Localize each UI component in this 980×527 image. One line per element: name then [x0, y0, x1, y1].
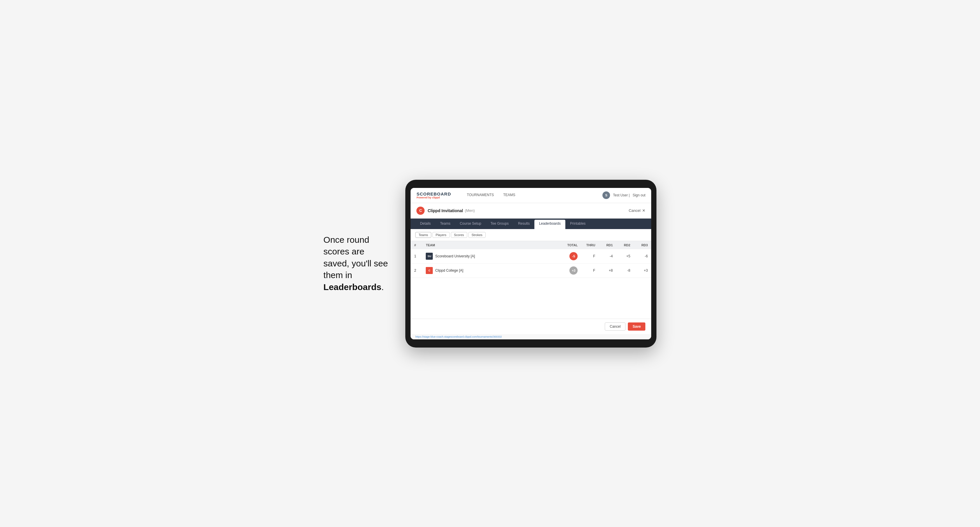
annotation-line4: them in	[323, 270, 352, 280]
table-row: 1 SU Scoreboard University [A] -5 F -4	[410, 249, 651, 264]
row2-total-badge: +3	[570, 267, 578, 275]
tournament-logo: C	[417, 206, 425, 215]
filter-strokes-button[interactable]: Strokes	[468, 232, 485, 238]
annotation-text: Once round scores are saved, you'll see …	[323, 234, 388, 293]
filter-scores-button[interactable]: Scores	[451, 232, 467, 238]
row1-total-badge: -5	[570, 252, 578, 260]
status-bar: https://stage-blue-coach.stagescoreboard…	[410, 334, 651, 340]
nav-right: S Test User | Sign out	[603, 191, 645, 199]
sub-filter-bar: Teams Players Scores Strokes	[410, 229, 651, 241]
filter-players-button[interactable]: Players	[433, 232, 450, 238]
cancel-button[interactable]: Cancel	[605, 322, 625, 331]
col-team: TEAM	[422, 241, 558, 249]
tab-bar: Details Teams Course Setup Tee Groups Re…	[410, 219, 651, 229]
logo-title: SCOREBOARD	[417, 192, 451, 196]
row2-team-cell: C Clippd College [A]	[426, 267, 554, 274]
row2-rd3: +3	[634, 263, 651, 278]
tournament-header: C Clippd Invitational (Men) Cancel ✕	[410, 203, 651, 219]
row1-thru: F	[581, 249, 599, 264]
annotation-line1: Once round	[323, 235, 369, 244]
sign-out-link[interactable]: Sign out	[633, 193, 645, 197]
annotation-line2: scores are	[323, 246, 364, 256]
row1-team-cell: SU Scoreboard University [A]	[426, 253, 554, 260]
table-spacer	[410, 278, 651, 319]
col-rd2: RD2	[616, 241, 634, 249]
row1-rd2: +5	[616, 249, 634, 264]
page-wrapper: Once round scores are saved, you'll see …	[286, 180, 694, 348]
close-icon: ✕	[642, 208, 645, 213]
row2-team-logo: C	[426, 267, 433, 274]
status-url: https://stage-blue-coach.stagescoreboard…	[415, 335, 502, 338]
col-rank: #	[410, 241, 422, 249]
row2-rd2: -8	[616, 263, 634, 278]
row1-rd1: -4	[599, 249, 616, 264]
annotation-line3: saved, you'll see	[323, 259, 388, 268]
tab-tee-groups[interactable]: Tee Groups	[486, 219, 513, 229]
row2-thru: F	[581, 263, 599, 278]
annotation-bold: Leaderboards	[323, 282, 381, 292]
footer-bar: Cancel Save	[410, 319, 651, 334]
tab-teams[interactable]: Teams	[435, 219, 455, 229]
col-total: TOTAL	[558, 241, 581, 249]
col-thru: THRU	[581, 241, 599, 249]
leaderboard-table: # TEAM TOTAL THRU RD1 RD2 RD3 1	[410, 241, 651, 278]
filter-teams-button[interactable]: Teams	[415, 232, 431, 238]
table-row: 2 C Clippd College [A] +3 F +8 -8	[410, 263, 651, 278]
tab-results[interactable]: Results	[513, 219, 535, 229]
row2-total: +3	[558, 263, 581, 278]
row1-team-name: Scoreboard University [A]	[435, 254, 475, 258]
cancel-header-button[interactable]: Cancel ✕	[629, 208, 645, 213]
logo-subtitle: Powered by clippd	[417, 196, 451, 199]
annotation-end: .	[381, 282, 384, 292]
row1-rank: 1	[410, 249, 422, 264]
row2-rd1: +8	[599, 263, 616, 278]
tablet-frame: SCOREBOARD Powered by clippd TOURNAMENTS…	[405, 180, 657, 348]
row1-team: SU Scoreboard University [A]	[422, 249, 558, 264]
logo-area: SCOREBOARD Powered by clippd	[417, 192, 451, 199]
user-avatar: S	[603, 191, 610, 199]
tab-leaderboards[interactable]: Leaderboards	[535, 220, 565, 229]
row1-team-logo: SU	[426, 253, 433, 260]
tournament-gender: (Men)	[465, 208, 475, 213]
row1-total: -5	[558, 249, 581, 264]
top-nav: SCOREBOARD Powered by clippd TOURNAMENTS…	[410, 188, 651, 203]
tab-printables[interactable]: Printables	[565, 219, 590, 229]
row2-rank: 2	[410, 263, 422, 278]
save-button[interactable]: Save	[628, 322, 645, 331]
user-name: Test User |	[613, 193, 630, 197]
row1-rd3: -6	[634, 249, 651, 264]
row2-team-name: Clippd College [A]	[435, 268, 463, 273]
nav-tournaments[interactable]: TOURNAMENTS	[463, 188, 498, 203]
table-header-row: # TEAM TOTAL THRU RD1 RD2 RD3	[410, 241, 651, 249]
tablet-screen: SCOREBOARD Powered by clippd TOURNAMENTS…	[410, 188, 651, 340]
nav-items: TOURNAMENTS TEAMS	[463, 188, 595, 203]
col-rd3: RD3	[634, 241, 651, 249]
col-rd1: RD1	[599, 241, 616, 249]
tournament-name: Clippd Invitational	[428, 208, 463, 213]
row2-team: C Clippd College [A]	[422, 263, 558, 278]
nav-teams[interactable]: TEAMS	[499, 188, 519, 203]
tab-details[interactable]: Details	[415, 219, 435, 229]
tab-course-setup[interactable]: Course Setup	[455, 219, 485, 229]
